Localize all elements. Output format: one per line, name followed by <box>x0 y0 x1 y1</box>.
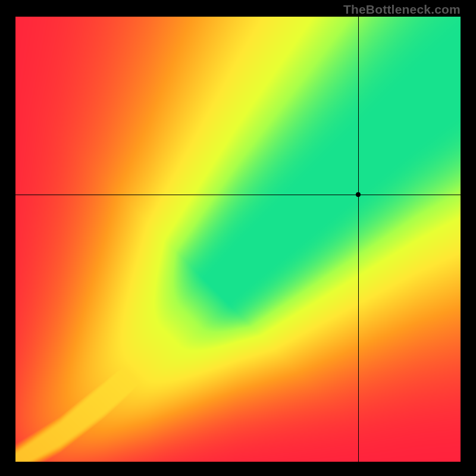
crosshair-horizontal <box>15 195 461 195</box>
watermark-text: TheBottleneck.com <box>343 2 461 17</box>
chart-frame: TheBottleneck.com <box>0 0 476 476</box>
heatmap-plot <box>15 17 461 462</box>
heatmap-canvas <box>15 17 461 462</box>
crosshair-vertical <box>358 17 359 462</box>
